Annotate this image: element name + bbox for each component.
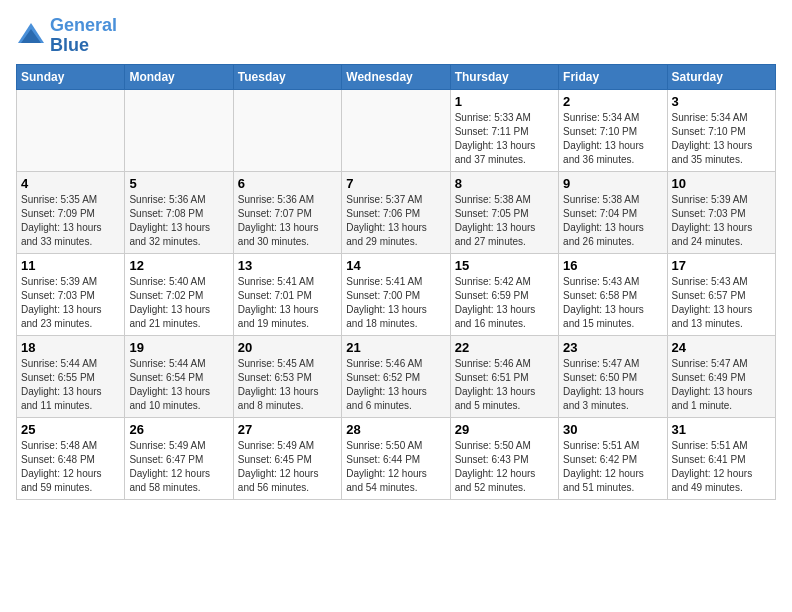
day-info: Sunrise: 5:45 AM Sunset: 6:53 PM Dayligh…: [238, 357, 337, 413]
calendar-cell: 2Sunrise: 5:34 AM Sunset: 7:10 PM Daylig…: [559, 89, 667, 171]
calendar-cell: 15Sunrise: 5:42 AM Sunset: 6:59 PM Dayli…: [450, 253, 558, 335]
calendar-cell: [17, 89, 125, 171]
calendar-cell: 26Sunrise: 5:49 AM Sunset: 6:47 PM Dayli…: [125, 417, 233, 499]
day-info: Sunrise: 5:43 AM Sunset: 6:57 PM Dayligh…: [672, 275, 771, 331]
day-number: 18: [21, 340, 120, 355]
calendar-cell: 22Sunrise: 5:46 AM Sunset: 6:51 PM Dayli…: [450, 335, 558, 417]
day-info: Sunrise: 5:50 AM Sunset: 6:43 PM Dayligh…: [455, 439, 554, 495]
day-info: Sunrise: 5:51 AM Sunset: 6:42 PM Dayligh…: [563, 439, 662, 495]
logo: General Blue: [16, 16, 117, 56]
day-info: Sunrise: 5:51 AM Sunset: 6:41 PM Dayligh…: [672, 439, 771, 495]
day-info: Sunrise: 5:50 AM Sunset: 6:44 PM Dayligh…: [346, 439, 445, 495]
calendar-cell: 7Sunrise: 5:37 AM Sunset: 7:06 PM Daylig…: [342, 171, 450, 253]
day-info: Sunrise: 5:41 AM Sunset: 7:00 PM Dayligh…: [346, 275, 445, 331]
weekday-header: Friday: [559, 64, 667, 89]
calendar-cell: 20Sunrise: 5:45 AM Sunset: 6:53 PM Dayli…: [233, 335, 341, 417]
calendar-cell: 19Sunrise: 5:44 AM Sunset: 6:54 PM Dayli…: [125, 335, 233, 417]
day-number: 22: [455, 340, 554, 355]
calendar-cell: 21Sunrise: 5:46 AM Sunset: 6:52 PM Dayli…: [342, 335, 450, 417]
day-info: Sunrise: 5:36 AM Sunset: 7:08 PM Dayligh…: [129, 193, 228, 249]
calendar-cell: 29Sunrise: 5:50 AM Sunset: 6:43 PM Dayli…: [450, 417, 558, 499]
day-number: 21: [346, 340, 445, 355]
day-info: Sunrise: 5:35 AM Sunset: 7:09 PM Dayligh…: [21, 193, 120, 249]
calendar-cell: 25Sunrise: 5:48 AM Sunset: 6:48 PM Dayli…: [17, 417, 125, 499]
calendar-cell: [233, 89, 341, 171]
day-number: 30: [563, 422, 662, 437]
day-info: Sunrise: 5:48 AM Sunset: 6:48 PM Dayligh…: [21, 439, 120, 495]
day-number: 29: [455, 422, 554, 437]
day-info: Sunrise: 5:46 AM Sunset: 6:51 PM Dayligh…: [455, 357, 554, 413]
day-number: 17: [672, 258, 771, 273]
weekday-header: Sunday: [17, 64, 125, 89]
day-info: Sunrise: 5:39 AM Sunset: 7:03 PM Dayligh…: [21, 275, 120, 331]
calendar-cell: 8Sunrise: 5:38 AM Sunset: 7:05 PM Daylig…: [450, 171, 558, 253]
calendar-cell: 5Sunrise: 5:36 AM Sunset: 7:08 PM Daylig…: [125, 171, 233, 253]
calendar-cell: 10Sunrise: 5:39 AM Sunset: 7:03 PM Dayli…: [667, 171, 775, 253]
logo-icon: [16, 21, 46, 51]
day-number: 13: [238, 258, 337, 273]
day-info: Sunrise: 5:47 AM Sunset: 6:50 PM Dayligh…: [563, 357, 662, 413]
weekday-header: Thursday: [450, 64, 558, 89]
day-number: 16: [563, 258, 662, 273]
weekday-header: Monday: [125, 64, 233, 89]
day-info: Sunrise: 5:46 AM Sunset: 6:52 PM Dayligh…: [346, 357, 445, 413]
day-number: 2: [563, 94, 662, 109]
calendar-cell: [342, 89, 450, 171]
page-header: General Blue: [16, 16, 776, 56]
day-number: 24: [672, 340, 771, 355]
day-number: 15: [455, 258, 554, 273]
weekday-header: Tuesday: [233, 64, 341, 89]
day-info: Sunrise: 5:37 AM Sunset: 7:06 PM Dayligh…: [346, 193, 445, 249]
day-number: 6: [238, 176, 337, 191]
day-number: 1: [455, 94, 554, 109]
day-info: Sunrise: 5:40 AM Sunset: 7:02 PM Dayligh…: [129, 275, 228, 331]
day-info: Sunrise: 5:38 AM Sunset: 7:04 PM Dayligh…: [563, 193, 662, 249]
calendar-week: 25Sunrise: 5:48 AM Sunset: 6:48 PM Dayli…: [17, 417, 776, 499]
calendar-cell: 9Sunrise: 5:38 AM Sunset: 7:04 PM Daylig…: [559, 171, 667, 253]
calendar-cell: 13Sunrise: 5:41 AM Sunset: 7:01 PM Dayli…: [233, 253, 341, 335]
weekday-header: Saturday: [667, 64, 775, 89]
day-info: Sunrise: 5:41 AM Sunset: 7:01 PM Dayligh…: [238, 275, 337, 331]
day-info: Sunrise: 5:34 AM Sunset: 7:10 PM Dayligh…: [563, 111, 662, 167]
calendar-cell: 11Sunrise: 5:39 AM Sunset: 7:03 PM Dayli…: [17, 253, 125, 335]
calendar-cell: 6Sunrise: 5:36 AM Sunset: 7:07 PM Daylig…: [233, 171, 341, 253]
day-number: 11: [21, 258, 120, 273]
day-info: Sunrise: 5:38 AM Sunset: 7:05 PM Dayligh…: [455, 193, 554, 249]
day-number: 27: [238, 422, 337, 437]
day-info: Sunrise: 5:44 AM Sunset: 6:55 PM Dayligh…: [21, 357, 120, 413]
calendar-cell: 18Sunrise: 5:44 AM Sunset: 6:55 PM Dayli…: [17, 335, 125, 417]
calendar-cell: 1Sunrise: 5:33 AM Sunset: 7:11 PM Daylig…: [450, 89, 558, 171]
day-number: 4: [21, 176, 120, 191]
day-number: 10: [672, 176, 771, 191]
day-info: Sunrise: 5:49 AM Sunset: 6:47 PM Dayligh…: [129, 439, 228, 495]
calendar-cell: 30Sunrise: 5:51 AM Sunset: 6:42 PM Dayli…: [559, 417, 667, 499]
day-info: Sunrise: 5:42 AM Sunset: 6:59 PM Dayligh…: [455, 275, 554, 331]
day-info: Sunrise: 5:39 AM Sunset: 7:03 PM Dayligh…: [672, 193, 771, 249]
day-number: 14: [346, 258, 445, 273]
calendar-table: SundayMondayTuesdayWednesdayThursdayFrid…: [16, 64, 776, 500]
day-number: 31: [672, 422, 771, 437]
calendar-cell: 16Sunrise: 5:43 AM Sunset: 6:58 PM Dayli…: [559, 253, 667, 335]
calendar-cell: 31Sunrise: 5:51 AM Sunset: 6:41 PM Dayli…: [667, 417, 775, 499]
calendar-cell: 28Sunrise: 5:50 AM Sunset: 6:44 PM Dayli…: [342, 417, 450, 499]
day-number: 20: [238, 340, 337, 355]
calendar-cell: [125, 89, 233, 171]
weekday-header: Wednesday: [342, 64, 450, 89]
calendar-cell: 24Sunrise: 5:47 AM Sunset: 6:49 PM Dayli…: [667, 335, 775, 417]
calendar-cell: 23Sunrise: 5:47 AM Sunset: 6:50 PM Dayli…: [559, 335, 667, 417]
day-number: 3: [672, 94, 771, 109]
calendar-cell: 27Sunrise: 5:49 AM Sunset: 6:45 PM Dayli…: [233, 417, 341, 499]
calendar-week: 11Sunrise: 5:39 AM Sunset: 7:03 PM Dayli…: [17, 253, 776, 335]
day-number: 28: [346, 422, 445, 437]
calendar-cell: 3Sunrise: 5:34 AM Sunset: 7:10 PM Daylig…: [667, 89, 775, 171]
calendar-cell: 12Sunrise: 5:40 AM Sunset: 7:02 PM Dayli…: [125, 253, 233, 335]
day-number: 7: [346, 176, 445, 191]
day-number: 12: [129, 258, 228, 273]
calendar-cell: 14Sunrise: 5:41 AM Sunset: 7:00 PM Dayli…: [342, 253, 450, 335]
calendar-week: 18Sunrise: 5:44 AM Sunset: 6:55 PM Dayli…: [17, 335, 776, 417]
calendar-cell: 17Sunrise: 5:43 AM Sunset: 6:57 PM Dayli…: [667, 253, 775, 335]
day-number: 23: [563, 340, 662, 355]
day-info: Sunrise: 5:34 AM Sunset: 7:10 PM Dayligh…: [672, 111, 771, 167]
logo-text: General Blue: [50, 16, 117, 56]
day-info: Sunrise: 5:49 AM Sunset: 6:45 PM Dayligh…: [238, 439, 337, 495]
